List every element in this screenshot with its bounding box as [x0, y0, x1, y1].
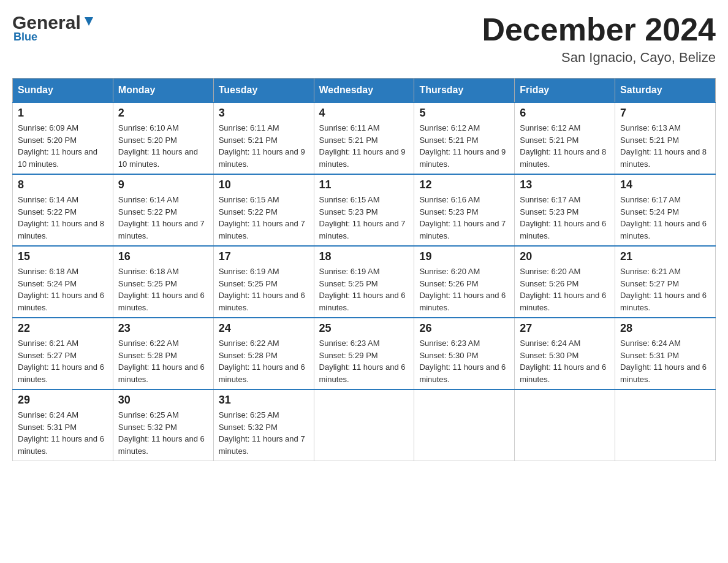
calendar-cell: 8 Sunrise: 6:14 AM Sunset: 5:22 PM Dayli…	[13, 174, 113, 246]
calendar-cell: 1 Sunrise: 6:09 AM Sunset: 5:20 PM Dayli…	[13, 102, 113, 174]
calendar-cell: 15 Sunrise: 6:18 AM Sunset: 5:24 PM Dayl…	[13, 246, 113, 318]
day-info: Sunrise: 6:19 AM Sunset: 5:25 PM Dayligh…	[219, 266, 309, 313]
daylight-label: Daylight: 11 hours and 10 minutes.	[18, 147, 97, 169]
daylight-label: Daylight: 11 hours and 6 minutes.	[118, 434, 205, 456]
sunset-label: Sunset: 5:22 PM	[118, 207, 177, 216]
sunrise-label: Sunrise: 6:21 AM	[620, 267, 681, 276]
daylight-label: Daylight: 11 hours and 6 minutes.	[319, 291, 406, 312]
sunrise-label: Sunrise: 6:25 AM	[219, 410, 279, 419]
daylight-label: Daylight: 11 hours and 7 minutes.	[419, 219, 506, 240]
page-header: General Blue December 2024 San Ignacio, …	[12, 12, 716, 66]
sunset-label: Sunset: 5:21 PM	[419, 136, 478, 145]
day-info: Sunrise: 6:20 AM Sunset: 5:26 PM Dayligh…	[520, 266, 610, 313]
daylight-label: Daylight: 11 hours and 6 minutes.	[18, 291, 104, 312]
col-sunday: Sunday	[13, 79, 113, 103]
daylight-label: Daylight: 11 hours and 6 minutes.	[419, 291, 506, 312]
day-number: 22	[18, 322, 108, 335]
day-info: Sunrise: 6:23 AM Sunset: 5:30 PM Dayligh…	[419, 337, 509, 385]
day-info: Sunrise: 6:17 AM Sunset: 5:23 PM Dayligh…	[520, 194, 610, 242]
day-info: Sunrise: 6:15 AM Sunset: 5:22 PM Dayligh…	[219, 194, 309, 242]
col-friday: Friday	[515, 79, 615, 103]
sunset-label: Sunset: 5:26 PM	[520, 279, 578, 288]
sunrise-label: Sunrise: 6:12 AM	[520, 123, 580, 132]
sunset-label: Sunset: 5:32 PM	[219, 423, 278, 432]
sunset-label: Sunset: 5:22 PM	[219, 207, 278, 216]
day-number: 8	[18, 178, 108, 191]
day-number: 30	[118, 394, 208, 407]
sunrise-label: Sunrise: 6:19 AM	[219, 267, 279, 276]
daylight-label: Daylight: 11 hours and 7 minutes.	[319, 219, 406, 240]
sunset-label: Sunset: 5:20 PM	[18, 136, 77, 145]
daylight-label: Daylight: 11 hours and 6 minutes.	[520, 219, 606, 240]
calendar-cell: 7 Sunrise: 6:13 AM Sunset: 5:21 PM Dayli…	[615, 102, 716, 174]
day-info: Sunrise: 6:19 AM Sunset: 5:25 PM Dayligh…	[319, 266, 409, 313]
day-number: 6	[520, 107, 610, 120]
day-number: 19	[419, 250, 509, 263]
daylight-label: Daylight: 11 hours and 6 minutes.	[620, 362, 707, 384]
day-number: 25	[319, 322, 409, 335]
main-title: December 2024	[482, 12, 716, 47]
day-number: 1	[18, 107, 108, 120]
sunset-label: Sunset: 5:32 PM	[118, 423, 177, 432]
daylight-label: Daylight: 11 hours and 7 minutes.	[219, 219, 305, 240]
calendar-header-row: Sunday Monday Tuesday Wednesday Thursday…	[13, 79, 716, 103]
day-info: Sunrise: 6:18 AM Sunset: 5:24 PM Dayligh…	[18, 266, 108, 313]
sunrise-label: Sunrise: 6:15 AM	[219, 195, 279, 204]
day-number: 2	[118, 107, 208, 120]
col-wednesday: Wednesday	[314, 79, 414, 103]
day-info: Sunrise: 6:12 AM Sunset: 5:21 PM Dayligh…	[419, 122, 509, 170]
calendar-cell: 3 Sunrise: 6:11 AM Sunset: 5:21 PM Dayli…	[213, 102, 314, 174]
col-monday: Monday	[113, 79, 213, 103]
calendar-cell: 26 Sunrise: 6:23 AM Sunset: 5:30 PM Dayl…	[414, 318, 515, 389]
calendar-cell: 5 Sunrise: 6:12 AM Sunset: 5:21 PM Dayli…	[414, 102, 515, 174]
week-row-4: 22 Sunrise: 6:21 AM Sunset: 5:27 PM Dayl…	[13, 318, 716, 389]
sunrise-label: Sunrise: 6:24 AM	[520, 339, 580, 348]
week-row-3: 15 Sunrise: 6:18 AM Sunset: 5:24 PM Dayl…	[13, 246, 716, 318]
day-info: Sunrise: 6:14 AM Sunset: 5:22 PM Dayligh…	[18, 194, 108, 242]
col-saturday: Saturday	[615, 79, 716, 103]
daylight-label: Daylight: 11 hours and 6 minutes.	[118, 362, 205, 384]
calendar-cell: 31 Sunrise: 6:25 AM Sunset: 5:32 PM Dayl…	[213, 389, 314, 461]
calendar-cell: 11 Sunrise: 6:15 AM Sunset: 5:23 PM Dayl…	[314, 174, 414, 246]
sunrise-label: Sunrise: 6:11 AM	[219, 123, 279, 132]
day-info: Sunrise: 6:14 AM Sunset: 5:22 PM Dayligh…	[118, 194, 208, 242]
day-number: 28	[620, 322, 710, 335]
day-info: Sunrise: 6:16 AM Sunset: 5:23 PM Dayligh…	[419, 194, 509, 242]
sunrise-label: Sunrise: 6:24 AM	[18, 410, 78, 419]
sunset-label: Sunset: 5:28 PM	[118, 351, 177, 360]
sunrise-label: Sunrise: 6:22 AM	[219, 339, 279, 348]
day-number: 3	[219, 107, 309, 120]
day-number: 26	[419, 322, 509, 335]
daylight-label: Daylight: 11 hours and 8 minutes.	[620, 147, 707, 169]
logo-icon	[82, 15, 96, 28]
day-info: Sunrise: 6:24 AM Sunset: 5:31 PM Dayligh…	[620, 337, 710, 385]
calendar-cell: 10 Sunrise: 6:15 AM Sunset: 5:22 PM Dayl…	[213, 174, 314, 246]
calendar-cell: 12 Sunrise: 6:16 AM Sunset: 5:23 PM Dayl…	[414, 174, 515, 246]
sunrise-label: Sunrise: 6:18 AM	[18, 267, 78, 276]
logo-sub: Blue	[13, 31, 37, 44]
calendar-cell: 24 Sunrise: 6:22 AM Sunset: 5:28 PM Dayl…	[213, 318, 314, 389]
sunrise-label: Sunrise: 6:19 AM	[319, 267, 380, 276]
day-info: Sunrise: 6:21 AM Sunset: 5:27 PM Dayligh…	[18, 337, 108, 385]
day-number: 11	[319, 178, 409, 191]
calendar-cell: 14 Sunrise: 6:17 AM Sunset: 5:24 PM Dayl…	[615, 174, 716, 246]
calendar-cell: 28 Sunrise: 6:24 AM Sunset: 5:31 PM Dayl…	[615, 318, 716, 389]
day-info: Sunrise: 6:24 AM Sunset: 5:31 PM Dayligh…	[18, 409, 108, 457]
day-number: 23	[118, 322, 208, 335]
sunrise-label: Sunrise: 6:23 AM	[319, 339, 380, 348]
day-info: Sunrise: 6:24 AM Sunset: 5:30 PM Dayligh…	[520, 337, 610, 385]
daylight-label: Daylight: 11 hours and 10 minutes.	[118, 147, 198, 169]
sunrise-label: Sunrise: 6:12 AM	[419, 123, 480, 132]
col-thursday: Thursday	[414, 79, 515, 103]
day-number: 12	[419, 178, 509, 191]
day-number: 18	[319, 250, 409, 263]
daylight-label: Daylight: 11 hours and 7 minutes.	[118, 219, 205, 240]
daylight-label: Daylight: 11 hours and 8 minutes.	[18, 219, 104, 240]
sunrise-label: Sunrise: 6:14 AM	[18, 195, 78, 204]
calendar-cell: 20 Sunrise: 6:20 AM Sunset: 5:26 PM Dayl…	[515, 246, 615, 318]
daylight-label: Daylight: 11 hours and 6 minutes.	[620, 219, 707, 240]
day-number: 15	[18, 250, 108, 263]
calendar-cell: 19 Sunrise: 6:20 AM Sunset: 5:26 PM Dayl…	[414, 246, 515, 318]
daylight-label: Daylight: 11 hours and 6 minutes.	[319, 362, 406, 384]
day-number: 24	[219, 322, 309, 335]
